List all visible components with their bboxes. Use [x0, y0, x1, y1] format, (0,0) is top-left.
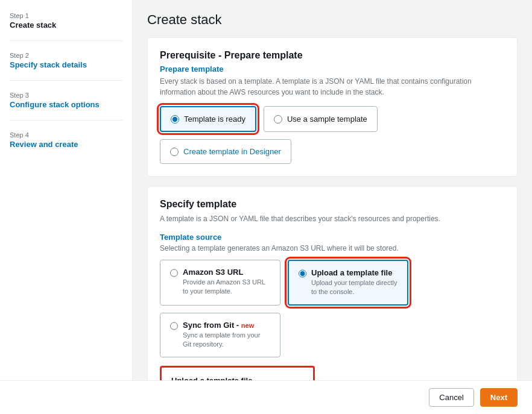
- radio-sync-git[interactable]: [170, 322, 178, 330]
- source-s3-content: Amazon S3 URL Provide an Amazon S3 URL t…: [183, 268, 270, 296]
- sidebar-divider-3: [10, 120, 122, 121]
- template-source-label: Template source: [160, 233, 505, 242]
- upload-file-section: Upload a template file ⬛ Choose file × J…: [160, 366, 315, 380]
- main-content: Create stack Prerequisite - Prepare temp…: [133, 0, 532, 380]
- option-designer[interactable]: Create template in Designer: [160, 139, 291, 164]
- specify-template-title: Specify template: [160, 199, 505, 210]
- step-1-label: Step 1: [10, 12, 122, 19]
- source-options-row: Amazon S3 URL Provide an Amazon S3 URL t…: [160, 260, 505, 357]
- radio-template-ready[interactable]: [171, 115, 179, 124]
- step-4-title: Review and create: [10, 140, 122, 149]
- source-s3-desc: Provide an Amazon S3 URL to your templat…: [183, 278, 270, 296]
- cancel-button[interactable]: Cancel: [429, 388, 473, 407]
- specify-template-desc: A template is a JSON or YAML file that d…: [160, 213, 505, 224]
- prerequisite-card: Prerequisite - Prepare template Prepare …: [147, 37, 518, 177]
- radio-upload-file[interactable]: [299, 269, 306, 278]
- source-s3-title: Amazon S3 URL: [183, 268, 270, 277]
- sidebar-step-1[interactable]: Step 1 Create stack: [10, 12, 122, 30]
- sidebar-divider-1: [10, 40, 122, 41]
- source-git-desc: Sync a template from your Git repository…: [183, 331, 270, 350]
- step-3-label: Step 3: [10, 92, 122, 99]
- next-button[interactable]: Next: [480, 388, 518, 407]
- option-template-ready-label: Template is ready: [184, 114, 245, 124]
- source-option-git[interactable]: Sync from Git - new Sync a template from…: [160, 313, 280, 357]
- option-template-ready[interactable]: Template is ready: [160, 106, 256, 132]
- sidebar-step-2[interactable]: Step 2 Specify stack details: [10, 52, 122, 69]
- template-source-sublabel: Selecting a template generates an Amazon…: [160, 244, 505, 252]
- prepare-options-row: Template is ready Use a sample template …: [160, 106, 505, 164]
- option-sample-template[interactable]: Use a sample template: [264, 106, 378, 132]
- prepare-desc: Every stack is based on a template. A te…: [160, 76, 505, 98]
- sidebar-step-4[interactable]: Step 4 Review and create: [10, 131, 122, 149]
- source-option-s3[interactable]: Amazon S3 URL Provide an Amazon S3 URL t…: [160, 260, 280, 306]
- source-upload-desc: Upload your template directly to the con…: [311, 278, 397, 297]
- step-2-label: Step 2: [10, 52, 122, 59]
- radio-sample-template[interactable]: [274, 115, 282, 124]
- sidebar: Step 1 Create stack Step 2 Specify stack…: [0, 0, 133, 380]
- radio-s3-url[interactable]: [170, 269, 178, 277]
- step-2-title: Specify stack details: [10, 60, 122, 69]
- source-option-upload[interactable]: Upload a template file Upload your templ…: [288, 260, 408, 306]
- step-4-label: Step 4: [10, 131, 122, 139]
- upload-section-title: Upload a template file: [171, 376, 303, 380]
- source-upload-content: Upload a template file Upload your templ…: [311, 268, 397, 297]
- source-git-content: Sync from Git - new Sync a template from…: [183, 321, 270, 350]
- option-sample-template-label: Use a sample template: [287, 114, 367, 124]
- specify-template-card: Specify template A template is a JSON or…: [147, 186, 518, 380]
- source-upload-title: Upload a template file: [311, 268, 397, 277]
- step-3-title: Configure stack options: [10, 100, 122, 109]
- sidebar-step-3[interactable]: Step 3 Configure stack options: [10, 92, 122, 109]
- sidebar-divider-2: [10, 80, 122, 81]
- option-designer-label: Create template in Designer: [183, 147, 281, 156]
- prepare-label: Prepare template: [160, 64, 505, 74]
- page-title: Create stack: [147, 12, 518, 28]
- source-git-new-badge: new: [241, 322, 254, 329]
- footer: Cancel Next: [0, 380, 532, 414]
- prerequisite-title: Prerequisite - Prepare template: [160, 50, 505, 61]
- step-1-title: Create stack: [10, 20, 122, 30]
- radio-designer[interactable]: [170, 148, 179, 156]
- source-git-title: Sync from Git - new: [183, 321, 270, 330]
